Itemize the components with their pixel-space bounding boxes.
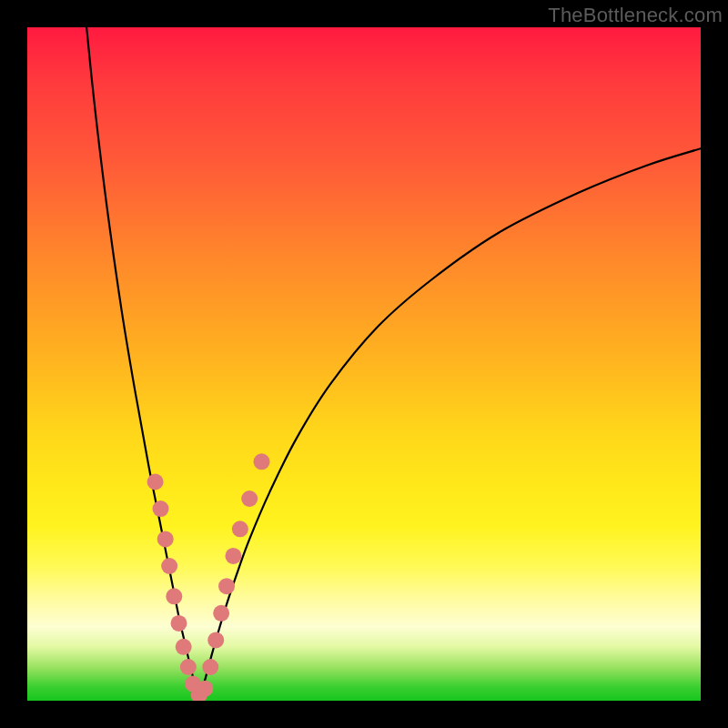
data-marker (213, 605, 229, 622)
data-marker (147, 474, 164, 490)
data-marker (153, 500, 169, 517)
chart-svg (27, 27, 701, 701)
data-marker (180, 659, 197, 675)
data-marker (166, 588, 182, 604)
markers-group (147, 453, 270, 701)
data-marker (157, 531, 174, 547)
data-marker (218, 578, 235, 594)
plot-area (27, 27, 701, 701)
data-marker (241, 490, 258, 507)
data-marker (176, 639, 192, 655)
data-marker (254, 453, 270, 470)
data-marker (207, 632, 224, 648)
data-marker (171, 615, 187, 632)
watermark-text: TheBottleneck.com (548, 4, 723, 27)
data-marker (225, 548, 241, 564)
data-marker (197, 681, 213, 697)
chart-frame: TheBottleneck.com (0, 0, 728, 728)
data-marker (202, 659, 218, 675)
data-marker (232, 521, 248, 537)
data-marker (161, 558, 177, 574)
curve-right_branch (199, 148, 701, 698)
